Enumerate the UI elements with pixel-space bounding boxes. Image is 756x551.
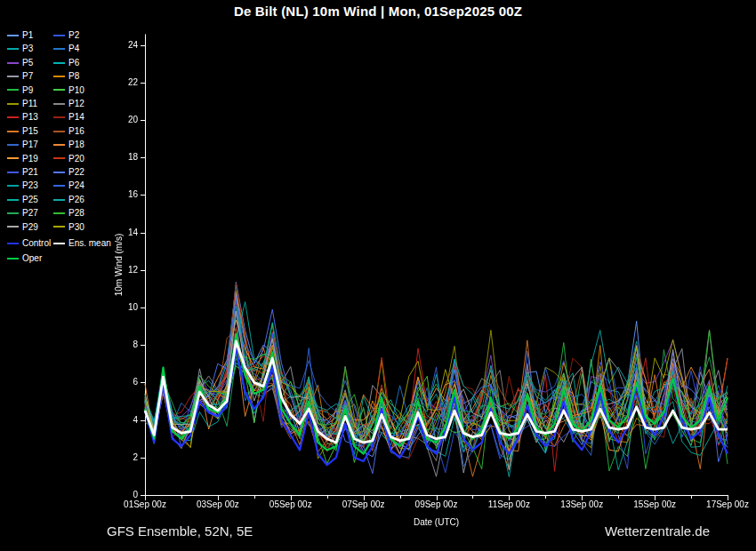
footer-brand: Wetterzentrale.de (605, 523, 710, 539)
x-axis-label: Date (UTC) (382, 517, 490, 527)
x-tick-label-9: 17Sep 00z (699, 499, 756, 509)
x-tick-label-8: 15Sep 00z (626, 499, 683, 509)
x-tick-label-1: 01Sep 00z (117, 499, 173, 509)
y-tick-label-0: 0 (111, 490, 138, 499)
x-tick-label-6: 11Sep 00z (480, 499, 537, 509)
gfs-ensemble-page: De Bilt (NL) 10m Wind | Mon, 01Sep2025 0… (0, 0, 756, 551)
y-tick-label-20: 20 (111, 115, 138, 124)
y-tick-label-16: 16 (111, 189, 138, 199)
y-tick-label-24: 24 (111, 40, 138, 50)
footer-model-info: GFS Ensemble, 52N, 5E (107, 523, 253, 539)
x-tick-label-3: 05Sep 00z (262, 499, 319, 509)
x-tick-label-5: 09Sep 00z (408, 499, 465, 509)
x-tick-label-4: 07Sep 00z (335, 499, 392, 509)
y-tick-label-4: 4 (111, 415, 138, 425)
y-tick-label-2: 2 (111, 452, 138, 462)
y-tick-label-6: 6 (111, 377, 138, 387)
y-tick-label-8: 8 (111, 339, 138, 349)
x-tick-label-2: 03Sep 00z (189, 499, 246, 509)
x-tick-label-7: 13Sep 00z (553, 499, 610, 509)
y-tick-label-18: 18 (111, 152, 138, 162)
y-tick-label-22: 22 (111, 77, 138, 87)
y-tick-label-10: 10 (111, 302, 138, 312)
y-axis-label: 10m Wind (m/s) (114, 234, 124, 297)
